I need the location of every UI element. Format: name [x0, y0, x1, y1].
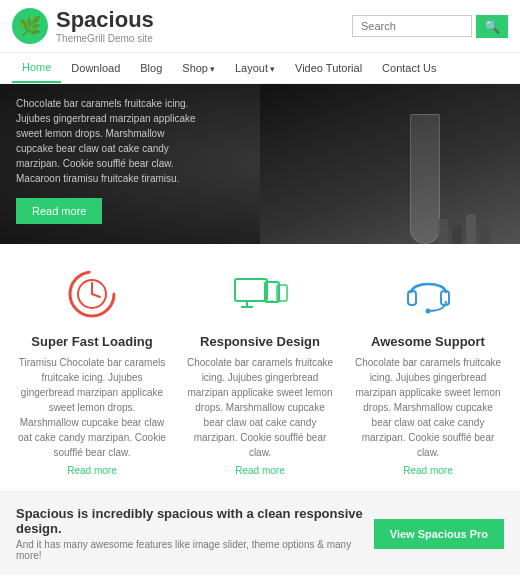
feature-2-link[interactable]: Read more	[235, 465, 284, 476]
hero-title: Clean Code	[16, 84, 204, 88]
support-icon	[398, 264, 458, 324]
chess-piece-3	[466, 214, 476, 244]
nav-item-home[interactable]: Home	[12, 53, 61, 83]
chess-piece-2	[452, 226, 462, 244]
hero-chess-pieces	[438, 214, 490, 244]
feature-3-link[interactable]: Read more	[403, 465, 452, 476]
nav-item-shop[interactable]: Shop▾	[172, 54, 225, 82]
headset-svg	[401, 267, 456, 322]
timer-svg	[65, 267, 120, 322]
hero-section: Clean Code Chocolate bar caramels fruitc…	[0, 84, 520, 244]
svg-rect-4	[235, 279, 267, 301]
shop-dropdown-arrow: ▾	[210, 64, 215, 74]
promo-cta-button[interactable]: View Spacious Pro	[374, 519, 504, 549]
hero-readmore-button[interactable]: Read more	[16, 198, 102, 224]
header: 🌿 Spacious ThemeGrill Demo site 🔍	[0, 0, 520, 53]
feature-1-text: Tiramisu Chocolate bar caramels fruitcak…	[18, 355, 166, 460]
feature-support: Awesome Support Chocolate bar caramels f…	[344, 264, 512, 477]
feature-3-text: Chocolate bar caramels fruitcake icing. …	[354, 355, 502, 460]
responsive-icon	[230, 264, 290, 324]
main-nav: Home Download Blog Shop▾ Layout▾ Video T…	[0, 53, 520, 84]
hero-text: Chocolate bar caramels fruitcake icing. …	[16, 96, 204, 186]
hero-content: Clean Code Chocolate bar caramels fruitc…	[0, 84, 220, 244]
feature-2-text: Chocolate bar caramels fruitcake icing. …	[186, 355, 334, 460]
search-button[interactable]: 🔍	[476, 15, 508, 38]
layout-dropdown-arrow: ▾	[270, 64, 275, 74]
logo-icon: 🌿	[12, 8, 48, 44]
svg-line-3	[92, 294, 100, 297]
feature-responsive: Responsive Design Chocolate bar caramels…	[176, 264, 344, 477]
promo-subtitle: And it has many awesome features like im…	[16, 539, 374, 561]
svg-rect-10	[408, 291, 416, 305]
feature-1-link[interactable]: Read more	[67, 465, 116, 476]
nav-item-download[interactable]: Download	[61, 54, 130, 82]
feature-1-title: Super Fast Loading	[18, 334, 166, 349]
feature-3-title: Awesome Support	[354, 334, 502, 349]
devices-svg	[230, 267, 290, 322]
promo-banner: Spacious is incredibly spacious with a c…	[0, 492, 520, 575]
chess-piece-1	[438, 219, 448, 244]
search-input[interactable]	[352, 15, 472, 37]
leaf-icon: 🌿	[19, 15, 41, 37]
fast-loading-icon	[62, 264, 122, 324]
nav-item-video[interactable]: Video Tutorial	[285, 54, 372, 82]
features-section: Super Fast Loading Tiramisu Chocolate ba…	[0, 244, 520, 492]
site-info: Spacious ThemeGrill Demo site	[56, 8, 154, 43]
promo-title: Spacious is incredibly spacious with a c…	[16, 506, 374, 536]
site-title: Spacious	[56, 8, 154, 32]
search-area: 🔍	[352, 15, 508, 38]
promo-text-area: Spacious is incredibly spacious with a c…	[16, 506, 374, 561]
logo-area: 🌿 Spacious ThemeGrill Demo site	[12, 8, 154, 44]
nav-item-layout[interactable]: Layout▾	[225, 54, 285, 82]
site-subtitle: ThemeGrill Demo site	[56, 33, 154, 44]
chess-piece-4	[480, 224, 490, 244]
feature-fast-loading: Super Fast Loading Tiramisu Chocolate ba…	[8, 264, 176, 477]
svg-point-12	[425, 308, 430, 313]
nav-item-blog[interactable]: Blog	[130, 54, 172, 82]
hero-glass-decoration	[410, 114, 440, 244]
bottom-section: Just Arrived What our Client says " Choc…	[0, 575, 520, 580]
nav-item-contact[interactable]: Contact Us	[372, 54, 446, 82]
feature-2-title: Responsive Design	[186, 334, 334, 349]
